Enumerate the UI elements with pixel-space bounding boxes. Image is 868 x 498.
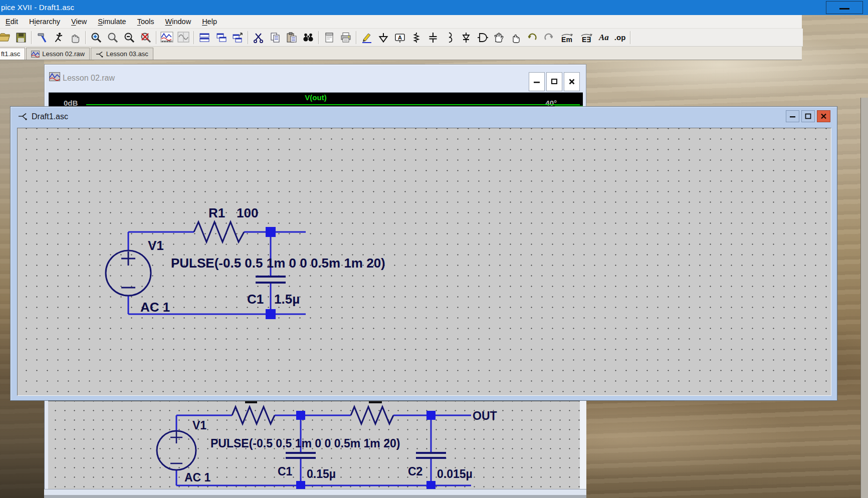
lesson02-minimize-button[interactable] (529, 72, 545, 91)
tab-lesson03[interactable]: Lesson 03.asc (91, 48, 153, 60)
cut-button[interactable] (251, 30, 266, 45)
find-button[interactable] (301, 30, 316, 45)
mirror-button[interactable]: Em (558, 30, 576, 45)
menu-edit[interactable]: Edit (0, 18, 24, 26)
drag-hand-icon (510, 32, 522, 44)
copy-icon (269, 32, 281, 44)
tab-draft1[interactable]: ft1.asc (0, 48, 25, 60)
draft1-titlebar[interactable]: Draft1.asc (11, 107, 837, 127)
v1-voltage-source[interactable] (106, 251, 151, 296)
lesson02-bottom-edge (44, 495, 586, 498)
clipped-label-remnants (245, 401, 382, 403)
halt-button[interactable] (68, 30, 83, 45)
lesson02-maximize-button[interactable] (546, 72, 562, 91)
component-icon (477, 32, 489, 44)
r1-resistor[interactable] (194, 222, 244, 242)
menubar: Edit Hierarchy View Simulate Tools Windo… (0, 15, 802, 29)
c1-capacitor[interactable] (286, 453, 316, 458)
draw-wire-button[interactable] (359, 30, 374, 45)
paste-icon (286, 32, 298, 44)
spice-directive-button[interactable]: .op (612, 30, 628, 45)
move-button[interactable] (492, 30, 507, 45)
cascade-windows-button[interactable] (213, 30, 229, 45)
capacitor-button[interactable] (425, 30, 441, 45)
window-lesson03: V1 PULSE(-0.5 0.5 1m 0 0 0.5m 1m 20) C1 … (44, 401, 586, 498)
net-label-button[interactable]: A (392, 30, 407, 45)
plot-settings-button[interactable] (176, 30, 191, 45)
maximize-icon (551, 78, 558, 85)
tile-windows-button[interactable] (197, 30, 212, 45)
paste-button[interactable] (284, 30, 299, 45)
diode-button[interactable] (459, 30, 474, 45)
menu-hierarchy[interactable]: Hierarchy (24, 18, 66, 26)
print-button[interactable] (338, 30, 353, 45)
menu-help[interactable]: Help (196, 18, 223, 26)
undo-button[interactable] (525, 30, 540, 45)
pulse-label: PULSE(-0.5 0.5 1m 0 0 0.5m 1m 20) (210, 437, 400, 450)
drag-button[interactable] (508, 30, 523, 45)
lesson03-canvas[interactable]: V1 PULSE(-0.5 0.5 1m 0 0 0.5m 1m 20) C1 … (48, 401, 580, 489)
v1-voltage-source[interactable] (157, 431, 196, 470)
draft1-maximize-button[interactable] (801, 110, 815, 122)
cascade-windows-icon (215, 32, 227, 44)
arrange-windows-button[interactable] (230, 30, 245, 45)
undo-icon (526, 32, 538, 44)
scissors-icon (253, 32, 265, 44)
save-icon (15, 32, 27, 44)
close-icon (568, 78, 575, 85)
window-lesson02: Lesson 02.raw V(out) 0dB 40° (44, 64, 586, 108)
trace-line (86, 104, 580, 105)
app-minimize-button[interactable] (826, 1, 863, 14)
zoom-full-extents-button[interactable] (138, 30, 153, 45)
schematic-tab-icon (96, 51, 104, 58)
menu-view[interactable]: View (66, 18, 92, 26)
toolbar-separator (318, 31, 319, 44)
app-titlebar[interactable]: pice XVII - Draft1.asc (0, 0, 868, 15)
c1-name-label: C1 (247, 292, 264, 307)
print-preview-button[interactable] (322, 30, 337, 45)
draft1-close-button[interactable] (817, 110, 830, 122)
zoom-out-button[interactable] (122, 30, 137, 45)
toolbar-separator (356, 31, 357, 44)
open-button[interactable] (0, 30, 12, 45)
pulse-label: PULSE(-0.5 0.5 1m 0 0 0.5m 1m 20) (171, 256, 385, 271)
text-button[interactable]: Aa (597, 30, 611, 45)
lesson02-titlebar[interactable]: Lesson 02.raw (45, 65, 586, 92)
inductor-icon (444, 32, 456, 44)
c1-capacitor[interactable] (256, 277, 286, 283)
component-button[interactable] (475, 30, 490, 45)
redo-button[interactable] (541, 30, 556, 45)
draft1-canvas[interactable]: V1 R1 100 PULSE(-0.5 0.5 1m 0 0 0.5m 1m … (17, 128, 831, 396)
window-draft1: Draft1.asc (10, 106, 837, 401)
copy-button[interactable] (268, 30, 283, 45)
c1-value-label: 0.15µ (307, 467, 336, 480)
menu-window[interactable]: Window (160, 18, 197, 26)
rotate-button[interactable]: E∃ (577, 30, 595, 45)
r2-resistor[interactable] (232, 407, 275, 424)
v1-name-label: V1 (192, 419, 206, 432)
trace-label[interactable]: V(out) (305, 93, 326, 102)
gray-plot-icon (177, 32, 189, 44)
run-button[interactable] (51, 30, 66, 45)
menu-simulate[interactable]: Simulate (92, 18, 131, 26)
toolbar-separator (630, 31, 631, 44)
tab-lesson02[interactable]: Lesson 02.raw (26, 48, 90, 60)
resistor-button[interactable] (409, 30, 424, 45)
save-button[interactable] (14, 30, 29, 45)
c2-capacitor[interactable] (416, 453, 446, 458)
autorange-button[interactable] (159, 30, 174, 45)
zoom-in-button[interactable] (89, 30, 104, 45)
draft1-minimize-button[interactable] (786, 110, 799, 122)
toolbar-separator (156, 31, 157, 44)
minimize-icon (789, 113, 796, 119)
lesson02-close-button[interactable] (564, 72, 580, 91)
r3-resistor[interactable] (351, 407, 393, 424)
menu-tools[interactable]: Tools (132, 18, 160, 26)
toolbar-separator (248, 31, 249, 44)
zoom-area-button[interactable] (105, 30, 120, 45)
ground-icon (377, 32, 389, 44)
ground-button[interactable] (376, 30, 391, 45)
magnifier-icon (107, 32, 119, 44)
control-panel-button[interactable] (35, 30, 50, 45)
inductor-button[interactable] (442, 30, 457, 45)
